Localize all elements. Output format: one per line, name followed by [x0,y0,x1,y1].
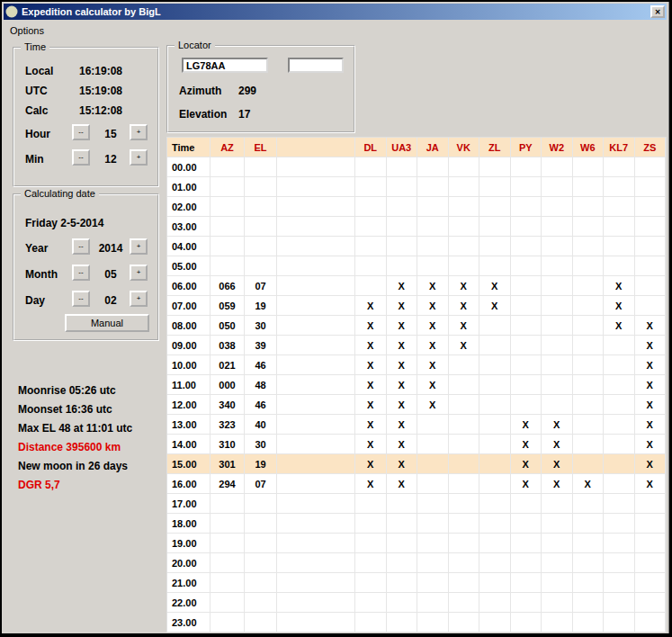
mark-cell [542,553,573,573]
mark-cell: X [387,454,418,474]
mark-cell [542,256,573,276]
table-row[interactable]: 19.00 [167,534,666,553]
table-row[interactable]: 23.00 [167,613,666,633]
day-plus-button[interactable]: + [130,291,148,307]
year-plus-button[interactable]: + [130,238,148,255]
table-row[interactable]: 01.00 [167,177,666,197]
year-label: Year [25,242,48,255]
time-cell: 02.00 [167,197,211,217]
mark-cell: X [635,375,667,395]
locator-secondary-input[interactable] [288,58,344,73]
close-button[interactable]: ✕ [650,5,665,18]
utc-label: UTC [25,85,48,97]
calculating-date-groupbox: Calculating date Friday 2-5-2014 Year --… [13,193,159,341]
az-cell [211,157,245,177]
table-row[interactable]: 17.00 [167,494,666,514]
table-row[interactable]: 00.00 [167,157,666,177]
mark-cell: X [573,474,605,494]
table-row[interactable]: 20.00 [167,553,666,573]
el-cell [245,573,277,593]
table-row[interactable]: 22.00 [167,593,666,613]
mark-cell [387,157,418,177]
mark-cell: X [417,395,449,415]
moon-app-icon [5,5,18,18]
table-row[interactable]: 08.0005030XXXXXX [167,316,666,336]
spacer-cell [277,613,355,633]
mark-cell [449,355,480,375]
el-cell: 46 [245,395,277,415]
table-row[interactable]: 21.00 [167,573,666,593]
time-cell: 06.00 [167,276,211,296]
mark-cell [573,276,605,296]
column-header-dl: DL [355,138,387,157]
table-row[interactable]: 15.0030119XXXXX [167,454,666,474]
mark-cell [355,157,387,177]
mark-cell: X [635,415,667,435]
table-body: 00.0001.0002.0003.0004.0005.0006.0006607… [167,157,666,633]
mark-cell: X [387,276,418,296]
mark-cell [573,316,605,336]
spacer-cell [277,573,355,593]
time-cell: 04.00 [167,237,211,256]
menu-options[interactable]: Options [4,23,50,38]
table-row[interactable]: 06.0006607XXXXX [167,276,666,296]
min-plus-button[interactable]: + [130,149,148,166]
utc-time-value: 15:19:08 [79,85,122,97]
table-row[interactable]: 04.00 [167,237,666,256]
time-legend: Time [21,41,49,52]
local-label: Local [25,65,53,77]
day-minus-button[interactable]: -- [72,291,90,307]
table-row[interactable]: 18.00 [167,514,666,534]
table-row[interactable]: 09.0003839XXXXX [167,336,666,355]
table-row[interactable]: 11.0000048XXXX [167,375,666,395]
el-cell [245,237,277,256]
mark-cell: X [604,276,635,296]
mark-cell [449,375,480,395]
table-row[interactable]: 13.0032340XXXXX [167,415,666,435]
hour-plus-button[interactable]: + [130,124,148,140]
month-plus-button[interactable]: + [130,265,148,281]
min-value: 12 [94,153,128,166]
locator-input[interactable] [182,58,268,73]
time-cell: 08.00 [167,316,211,336]
mark-cell [355,177,387,197]
spacer-cell [277,276,355,296]
table-row[interactable]: 07.0005919XXXXXX [167,296,666,316]
mark-cell [479,454,511,474]
mark-cell [573,157,605,177]
close-icon: ✕ [655,8,661,16]
spacer-cell [277,217,355,237]
year-minus-button[interactable]: -- [72,238,90,255]
mark-cell [542,217,573,237]
mark-cell [542,593,573,613]
mark-cell [604,573,635,593]
az-cell [211,237,245,256]
manual-button[interactable]: Manual [65,314,149,332]
time-groupbox: Time Local 16:19:08 UTC 15:19:08 Calc 15… [13,47,159,187]
table-row[interactable]: 14.0031030XXXXX [167,435,666,454]
mark-cell [449,454,480,474]
mark-cell [573,415,605,435]
month-minus-button[interactable]: -- [72,265,90,281]
table-row[interactable]: 03.00 [167,217,666,237]
mark-cell [479,256,511,276]
table-row[interactable]: 05.00 [167,256,666,276]
table-row[interactable]: 10.0002146XXXX [167,355,666,375]
info-line: Max EL 48 at 11:01 utc [18,419,166,438]
table-row[interactable]: 12.0034046XXXX [167,395,666,415]
az-cell [211,514,245,534]
info-line: Moonrise 05:26 utc [18,381,166,400]
mark-cell: X [355,474,387,494]
mark-cell [604,237,635,256]
mark-cell [573,534,605,553]
table-row[interactable]: 02.00 [167,197,666,217]
mark-cell [604,613,635,633]
hour-minus-button[interactable]: -- [72,124,90,140]
az-cell [211,534,245,553]
mark-cell [417,454,449,474]
table-row[interactable]: 16.0029407XXXXXX [167,474,666,494]
spacer-cell [277,553,355,573]
mark-cell [573,237,605,256]
min-minus-button[interactable]: -- [72,149,90,166]
mark-cell: X [511,454,542,474]
